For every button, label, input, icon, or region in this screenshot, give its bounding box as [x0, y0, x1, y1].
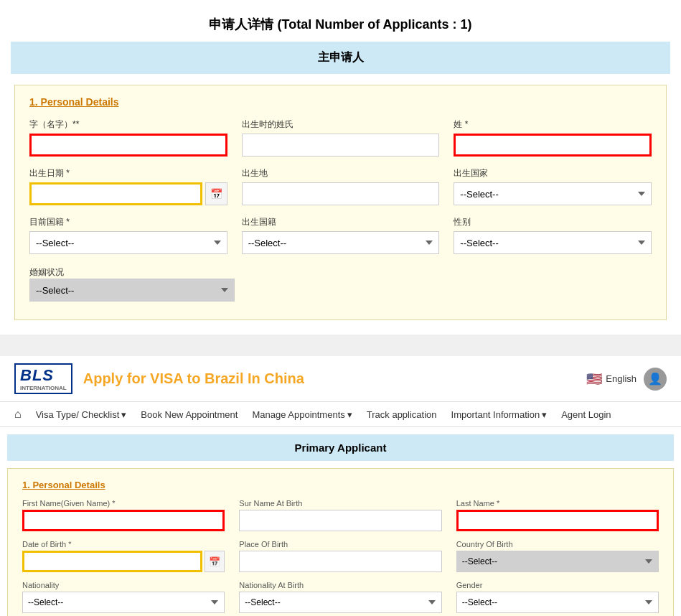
visa-type-chevron: ▾ [121, 409, 126, 420]
date-of-birth-field-cn: 出生日期 * 📅 [29, 167, 227, 205]
last-name-field-cn: 姓 * [454, 118, 652, 157]
date-of-birth-label-cn: 出生日期 * [29, 167, 227, 179]
gender-label-cn: 性别 [454, 216, 652, 228]
nav-visa-type[interactable]: Visa Type/ Checklist ▾ [36, 409, 127, 420]
nav-important-information[interactable]: Important Information ▾ [451, 409, 548, 420]
date-of-birth-field-en: Date of Birth * 📅 [22, 540, 225, 572]
page-title: 申请人详情 (Total Number of Applicants : 1) [11, 7, 670, 42]
personal-details-section-en: 1. Personal Details First Name(Given Nam… [7, 468, 674, 616]
last-name-input-cn[interactable] [454, 134, 652, 157]
info-chevron: ▾ [542, 409, 547, 420]
marital-status-field-cn: 婚姻状况 --Select-- [29, 265, 235, 302]
divider [0, 335, 681, 356]
nav-manage-appointments[interactable]: Manage Appointments ▾ [252, 409, 352, 420]
place-of-birth-field-en: Place Of Birth [239, 540, 441, 572]
gender-select-cn[interactable]: --Select-- [454, 231, 652, 254]
place-of-birth-label-cn: 出生地 [242, 167, 440, 179]
marital-status-select-cn[interactable]: --Select-- [29, 279, 235, 302]
date-of-birth-input-en[interactable] [22, 551, 202, 572]
country-of-birth-field-en: Country Of Birth --Select-- [456, 540, 659, 572]
nationality-select-en[interactable]: --Select-- [22, 592, 225, 613]
last-name-label-cn: 姓 * [454, 118, 652, 131]
first-name-input-cn[interactable] [29, 134, 227, 157]
language-label: English [606, 373, 637, 384]
form-grid-cn: 字（名字）** 出生时的姓氏 姓 * 出生日期 * 📅 出生地 [29, 118, 652, 254]
nationality-label-cn: 目前国籍 * [29, 216, 227, 228]
top-section: 申请人详情 (Total Number of Applicants : 1) 主… [0, 0, 681, 335]
date-of-birth-label-en: Date of Birth * [22, 540, 225, 549]
gender-field-en: Gender --Select-- [456, 581, 659, 613]
first-name-field-en: First Name(Given Name) * [22, 499, 225, 531]
nationality-at-birth-field-cn: 出生国籍 --Select-- [242, 216, 440, 254]
gender-field-cn: 性别 --Select-- [454, 216, 652, 254]
calendar-button-cn[interactable]: 📅 [205, 182, 227, 205]
marital-status-label-cn: 婚姻状况 [29, 267, 64, 277]
place-of-birth-input-en[interactable] [239, 551, 441, 572]
nav-agent-login[interactable]: Agent Login [561, 409, 611, 420]
nationality-at-birth-field-en: Nationality At Birth --Select-- [239, 581, 441, 613]
spacer [0, 427, 681, 434]
nav-home[interactable]: ⌂ [14, 408, 22, 421]
country-of-birth-select-cn[interactable]: --Select-- [454, 182, 652, 205]
section-label-cn: 1. Personal Details [29, 96, 652, 108]
gender-select-en[interactable]: --Select-- [456, 592, 659, 613]
last-name-field-en: Last Name * [456, 499, 659, 531]
date-wrapper-en: 📅 [22, 551, 225, 572]
country-of-birth-label-cn: 出生国家 [454, 167, 652, 179]
manage-chevron: ▾ [347, 409, 352, 420]
user-icon: 👤 [648, 372, 662, 386]
nationality-at-birth-select-cn[interactable]: --Select-- [242, 231, 440, 254]
first-name-label-en: First Name(Given Name) * [22, 499, 225, 508]
country-of-birth-field-cn: 出生国家 --Select-- [454, 167, 652, 205]
flag-icon: 🇺🇸 [586, 371, 602, 387]
section-label-en: 1. Personal Details [22, 480, 659, 490]
nationality-field-en: Nationality --Select-- [22, 581, 225, 613]
nationality-select-cn[interactable]: --Select-- [29, 231, 227, 254]
nationality-label-en: Nationality [22, 581, 225, 589]
calendar-button-en[interactable]: 📅 [205, 551, 225, 572]
language-selector[interactable]: 🇺🇸 English [586, 371, 637, 387]
country-of-birth-label-en: Country Of Birth [456, 540, 659, 549]
nationality-at-birth-label-en: Nationality At Birth [239, 581, 441, 589]
surname-at-birth-input-en[interactable] [239, 510, 441, 531]
primary-applicant-bar-cn: 主申请人 [11, 42, 670, 74]
place-of-birth-input-cn[interactable] [242, 182, 440, 205]
country-of-birth-select-en[interactable]: --Select-- [456, 551, 659, 572]
place-of-birth-label-en: Place Of Birth [239, 540, 441, 549]
bls-title: Apply for VISA to Brazil In China [83, 370, 576, 387]
surname-at-birth-input-cn[interactable] [242, 134, 440, 157]
user-avatar[interactable]: 👤 [644, 368, 667, 391]
date-wrapper-cn: 📅 [29, 182, 227, 205]
nav-book-appointment[interactable]: Book New Appointment [141, 409, 238, 420]
bottom-section: BLS INTERNATIONAL Apply for VISA to Braz… [0, 356, 681, 616]
bls-header: BLS INTERNATIONAL Apply for VISA to Braz… [0, 356, 681, 402]
first-name-input-en[interactable] [22, 510, 225, 531]
date-of-birth-input-cn[interactable] [29, 182, 202, 205]
surname-at-birth-label-en: Sur Name At Birth [239, 499, 441, 508]
place-of-birth-field-cn: 出生地 [242, 167, 440, 205]
gender-label-en: Gender [456, 581, 659, 589]
header-right: 🇺🇸 English 👤 [586, 368, 667, 391]
surname-at-birth-field-cn: 出生时的姓氏 [242, 118, 440, 157]
first-name-field-cn: 字（名字）** [29, 118, 227, 157]
nationality-at-birth-select-en[interactable]: --Select-- [239, 592, 441, 613]
surname-at-birth-field-en: Sur Name At Birth [239, 499, 441, 531]
personal-details-section-cn: 1. Personal Details 字（名字）** 出生时的姓氏 姓 * 出… [14, 85, 667, 320]
nationality-field-cn: 目前国籍 * --Select-- [29, 216, 227, 254]
surname-at-birth-label-cn: 出生时的姓氏 [242, 118, 440, 131]
form-grid-en: First Name(Given Name) * Sur Name At Bir… [22, 499, 659, 613]
primary-applicant-bar-en: Primary Applicant [7, 434, 674, 461]
bls-logo: BLS INTERNATIONAL [14, 363, 72, 394]
last-name-label-en: Last Name * [456, 499, 659, 508]
last-name-input-en[interactable] [456, 510, 659, 531]
first-name-label-cn: 字（名字）** [29, 118, 227, 131]
nav-bar: ⌂ Visa Type/ Checklist ▾ Book New Appoin… [0, 402, 681, 427]
nav-track-application[interactable]: Track application [367, 409, 437, 420]
nationality-at-birth-label-cn: 出生国籍 [242, 216, 440, 228]
